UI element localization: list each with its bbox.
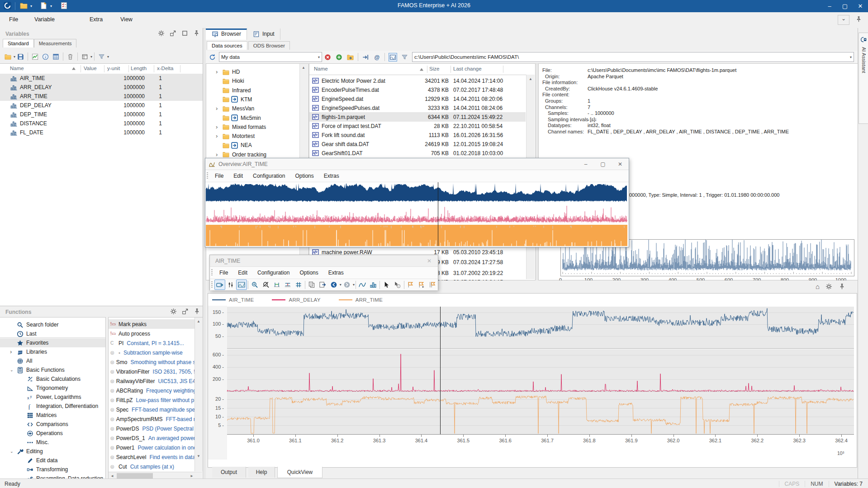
expander-icon[interactable]: ⌄ bbox=[10, 368, 16, 372]
settings-gear-icon[interactable] bbox=[170, 308, 177, 315]
column-header-size[interactable]: Size bbox=[429, 66, 439, 71]
curve-close-icon[interactable]: ✕ bbox=[421, 256, 438, 266]
function-item[interactable]: ◎SmoSmoothing without phase shift bbox=[109, 357, 194, 367]
function-item[interactable]: ◎SearchLevelFind events in data at bbox=[109, 452, 194, 462]
pin-icon[interactable] bbox=[855, 15, 863, 23]
menu-file[interactable]: File bbox=[210, 171, 228, 181]
filter-files-icon[interactable] bbox=[401, 53, 408, 61]
h-scrollbar-thumb[interactable] bbox=[117, 473, 153, 479]
maximize-window-button[interactable]: ▢ bbox=[837, 0, 853, 12]
file-row[interactable]: Electric Motor Power 2.dat34201 KB14.04.… bbox=[309, 76, 526, 85]
folder-item[interactable]: Mic5min bbox=[206, 114, 261, 123]
save-variable-icon[interactable] bbox=[17, 53, 24, 61]
overview-strip-arr-time[interactable] bbox=[206, 225, 627, 246]
overview-strip-arr-delay[interactable] bbox=[206, 204, 627, 224]
panel-tab-browser[interactable]: Browser bbox=[206, 28, 247, 40]
function-category-integration-differentiation[interactable]: ∫Integration, Differentiation bbox=[0, 402, 105, 411]
folder-item[interactable]: KTM bbox=[206, 95, 252, 104]
expander-icon[interactable]: › bbox=[216, 125, 222, 129]
function-item[interactable]: ◎VibrationFilterISO 2631, 7505, 534 bbox=[109, 367, 194, 376]
nav-back-icon[interactable] bbox=[328, 280, 339, 290]
folder-item[interactable]: ›Motortest bbox=[206, 132, 255, 141]
close-window-button[interactable]: ✕ bbox=[853, 0, 868, 12]
air-time-chart[interactable] bbox=[227, 307, 854, 348]
function-item[interactable]: ◎RailwayVibFilterUIC513, JIS E4023 bbox=[109, 376, 194, 386]
variables-tab-standard[interactable]: Standard bbox=[3, 39, 34, 47]
arr-time-chart[interactable] bbox=[227, 393, 854, 434]
variable-row[interactable]: DEP_TIME10000001 bbox=[0, 110, 203, 119]
function-item[interactable]: ◎CutCut samples (at x) bbox=[109, 462, 194, 471]
expander-icon[interactable]: › bbox=[10, 350, 16, 354]
variable-row[interactable]: AIR_TIME10000001 bbox=[0, 74, 203, 83]
refresh-icon[interactable] bbox=[209, 53, 216, 61]
remove-source-icon[interactable] bbox=[324, 53, 332, 61]
function-category-power-logarithms[interactable]: xyPower, Logarithms bbox=[0, 393, 105, 402]
function-item[interactable]: ◎SpecFFT-based magnitude spectru bbox=[109, 405, 194, 414]
file-row[interactable]: Fork lift sound.dat1113 KB16.01.2026 16:… bbox=[309, 130, 526, 140]
copy-icon[interactable] bbox=[306, 280, 317, 290]
column-header-last-change[interactable]: Last change bbox=[453, 66, 482, 71]
preview-toggle-icon[interactable] bbox=[389, 53, 397, 62]
legend-item-arr_time[interactable]: ARR_TIME bbox=[339, 297, 383, 303]
settings-gear-icon[interactable] bbox=[825, 283, 833, 290]
subtab-ods-browser[interactable]: ODS Browser bbox=[248, 41, 290, 50]
function-item[interactable]: ◎PowerDS_1An averaged power spe bbox=[109, 433, 194, 443]
function-category-operations[interactable]: Operations bbox=[0, 429, 105, 438]
nav-forward-icon[interactable] bbox=[342, 280, 352, 290]
minimize-window-button[interactable]: – bbox=[822, 0, 837, 12]
column-header-length[interactable]: Length bbox=[131, 66, 147, 71]
expander-icon[interactable]: ⌄ bbox=[10, 449, 16, 454]
overview-mode-icon[interactable] bbox=[236, 280, 247, 290]
panel-tab-input[interactable]: Input bbox=[247, 28, 280, 40]
address-icon[interactable]: @ bbox=[373, 53, 381, 61]
window-layout-icon[interactable] bbox=[81, 53, 89, 61]
overview-close-icon[interactable]: ✕ bbox=[612, 159, 629, 170]
dropdown-caret-icon[interactable]: ▾ bbox=[14, 55, 15, 59]
function-item[interactable]: ◎-Subtraction sample-wise bbox=[109, 348, 194, 357]
data-source-combo[interactable]: My data▾ bbox=[219, 52, 322, 62]
variables-tab-measurements[interactable]: Measurements bbox=[34, 39, 77, 47]
function-category-matrices[interactable]: Matrices bbox=[0, 411, 105, 420]
column-header-name[interactable]: Name bbox=[10, 66, 24, 71]
menu-extras[interactable]: Extras bbox=[319, 171, 344, 181]
curve-type-icon[interactable] bbox=[357, 280, 368, 290]
menu-extras[interactable]: Extras bbox=[323, 268, 349, 278]
subtab-data-sources[interactable]: Data sources bbox=[207, 41, 247, 50]
menu-edit[interactable]: Edit bbox=[233, 268, 252, 278]
folder-item[interactable]: Hioki bbox=[206, 76, 244, 85]
file-row[interactable]: EngineSpeedPulses.dat3233 KB14.04.2011 0… bbox=[309, 103, 526, 113]
load-file-icon[interactable] bbox=[362, 53, 370, 61]
legend-item-arr_delay[interactable]: ARR_DELAY bbox=[272, 297, 320, 303]
delete-variable-icon[interactable] bbox=[66, 53, 74, 61]
pan-lock-icon[interactable] bbox=[214, 280, 225, 290]
bars-type-icon[interactable] bbox=[368, 280, 379, 290]
menu-configuration[interactable]: Configuration bbox=[248, 171, 290, 181]
grid-icon[interactable] bbox=[293, 280, 304, 290]
function-category-editing[interactable]: ⌄Editing bbox=[0, 447, 105, 456]
function-category-edit-data[interactable]: Edit data bbox=[0, 456, 105, 465]
function-category-all[interactable]: All bbox=[0, 356, 105, 365]
legend-item-air_time[interactable]: AIR_TIME bbox=[212, 297, 254, 303]
menu-options[interactable]: Options bbox=[290, 171, 318, 181]
function-item[interactable]: ◎AmpSpectrumRMSFFT-based magn bbox=[109, 414, 194, 424]
maximize-panel-icon[interactable] bbox=[181, 29, 189, 37]
function-category-libraries[interactable]: ›Libraries bbox=[0, 347, 105, 356]
pointer-icon[interactable] bbox=[381, 280, 392, 290]
function-category-trigonometry[interactable]: Trigonometry bbox=[0, 384, 105, 393]
file-row[interactable]: Gear shift data.DAT24619 KB12.01.2015 19… bbox=[309, 139, 526, 149]
dropdown-caret-icon[interactable]: ▾ bbox=[107, 55, 109, 59]
pin-icon[interactable] bbox=[838, 283, 846, 290]
function-item[interactable]: ◎PowerDSPSD (Power Spectral Dens bbox=[109, 424, 194, 433]
file-row[interactable]: Force of impact test.DAT28 KB22.10.2011 … bbox=[309, 121, 526, 131]
function-item[interactable]: !▭Mark peaks bbox=[109, 319, 194, 329]
filter-variables-icon[interactable] bbox=[98, 53, 105, 61]
dropdown-caret-icon[interactable]: ▾ bbox=[90, 55, 92, 59]
float-panel-icon[interactable] bbox=[181, 308, 189, 315]
show-curve-icon[interactable] bbox=[31, 53, 39, 61]
column-header-name[interactable]: Name bbox=[314, 66, 328, 71]
event-marker-3-icon[interactable] bbox=[427, 280, 438, 290]
menu-variable[interactable]: Variable bbox=[32, 15, 57, 24]
overview-window-titlebar[interactable]: Overview:AIR_TIME – ▢ ✕ bbox=[205, 158, 629, 170]
files-scroll-up-icon[interactable]: ▲ bbox=[527, 75, 534, 82]
function-category-favorites[interactable]: Favorites bbox=[0, 338, 105, 347]
